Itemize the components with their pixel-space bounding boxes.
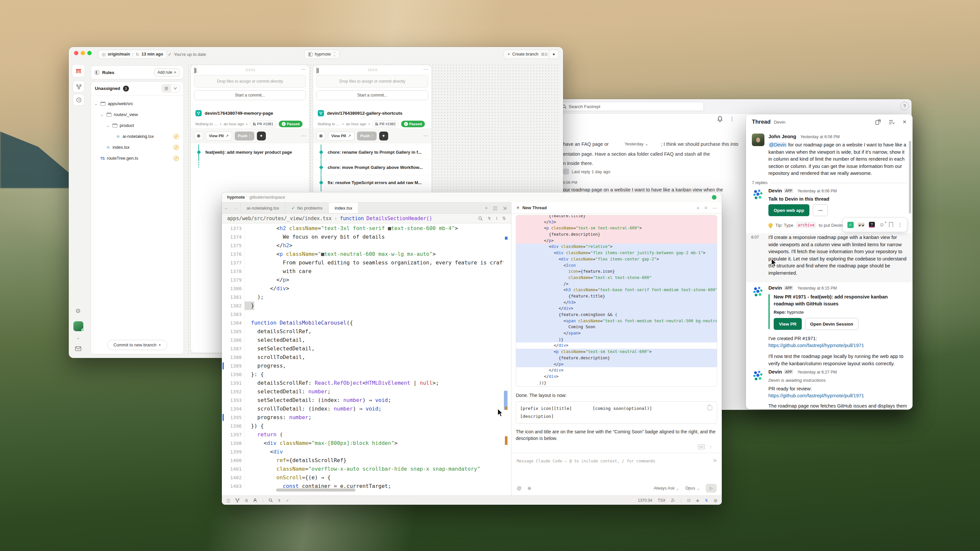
author-name[interactable]: Devin	[768, 188, 782, 193]
commit-row[interactable]: chore: rename Gallery to Prompt Gallery …	[313, 144, 431, 160]
drop-zone[interactable]: Drop files to assign or commit directly	[317, 75, 428, 87]
code-editor[interactable]: 1373 <h2 className="text-3xl font-serif …	[222, 224, 504, 491]
language-mode[interactable]: TSX	[658, 498, 665, 503]
diff-toggle-icon[interactable]: ⇅	[502, 216, 506, 221]
zoom-traffic-light[interactable]	[87, 51, 92, 55]
tab-diagnostics[interactable]: ✓No problems	[285, 203, 329, 213]
devin-avatar[interactable]	[752, 188, 764, 201]
cursor-position[interactable]: 1370:34	[638, 498, 652, 503]
vim-jump-indicator[interactable]: Z›	[671, 498, 675, 503]
message-timestamp[interactable]: Yesterday at 6:15 PM	[797, 286, 837, 291]
message-timestamp[interactable]: Yesterday at 6:06 PM	[797, 189, 837, 193]
open-in-window-icon[interactable]	[875, 119, 881, 125]
assistant-panel-icon[interactable]: ↯	[705, 498, 708, 503]
settings-gear-icon[interactable]: ⚙	[75, 307, 81, 315]
model-select[interactable]: Opus⌄	[686, 486, 700, 491]
start-commit-button[interactable]: Start a commit...	[317, 90, 428, 100]
branch-name[interactable]: devin/1764380912-gallery-shortcuts	[327, 111, 402, 116]
gitbutler-logo-button[interactable]	[72, 64, 85, 77]
add-reaction-icon[interactable]: ☺+	[879, 222, 885, 228]
more-actions-icon[interactable]: ⋮	[729, 116, 735, 122]
copy-icon[interactable]	[709, 404, 710, 411]
author-name[interactable]: Devin	[768, 285, 782, 291]
tab-index-tsx[interactable]: index.tsx	[329, 203, 358, 213]
tree-file-row[interactable]: TSrouteTree.gen.ts	[91, 153, 182, 164]
search-icon[interactable]	[478, 216, 483, 221]
mention[interactable]: @Devin	[768, 142, 787, 148]
tree-file-row[interactable]: ⚛ai-notetaking.tsx	[91, 131, 182, 142]
open-devin-session-button[interactable]: Open Devin Session	[805, 318, 858, 330]
new-tab-icon[interactable]: +	[485, 205, 488, 211]
tree-view-toggle[interactable]: ⑂	[170, 85, 179, 92]
commit-to-new-branch-button[interactable]: Commit to new branch+	[107, 340, 167, 350]
list-view-toggle[interactable]: ≣	[162, 85, 170, 92]
push-button[interactable]: Push↑	[235, 132, 254, 140]
search-icon[interactable]	[269, 498, 273, 502]
review-button[interactable]: ⊞	[194, 132, 203, 140]
markdown-icon[interactable]: MD	[698, 445, 705, 449]
branch-menu-icon[interactable]: ⋯	[423, 133, 428, 139]
dark-reaction-icon[interactable]: ?	[869, 222, 875, 228]
breadcrumb[interactable]: apps/web/src/routes/_view/index.tsx› fun…	[222, 214, 511, 224]
pr-pill[interactable]: PR #1982	[372, 121, 399, 127]
git-branch-icon[interactable]	[235, 498, 240, 503]
scroll-to-top-icon[interactable]: ↑	[710, 444, 712, 449]
ci-status-badge[interactable]: ✓Passed	[401, 121, 425, 127]
hover-timestamp[interactable]: 6:07	[751, 235, 759, 240]
feedback-mail-icon[interactable]	[75, 346, 81, 351]
author-name[interactable]: John Jeong	[768, 133, 796, 139]
pr-link[interactable]: https://github.com/fastrepl/hyprnote/pul…	[768, 343, 864, 348]
view-pr-button[interactable]: View PR↗	[328, 132, 355, 140]
remote-status-pill[interactable]: ◎ origin/main | ↻ 13 min ago	[98, 49, 167, 59]
john-avatar[interactable]	[752, 133, 764, 146]
branch-menu-icon[interactable]: ⋯	[301, 133, 306, 139]
collapse-lane-icon[interactable]	[194, 67, 195, 74]
slack-last-reply[interactable]: Last reply 1 day ago	[572, 169, 610, 174]
view-pr-button[interactable]: View PR	[774, 318, 802, 330]
tab-ai-notetaking[interactable]: ai-notetaking.tsx	[240, 203, 285, 213]
close-icon[interactable]: ✕	[902, 119, 907, 125]
push-button[interactable]: Push↑	[357, 132, 377, 140]
expand-input-icon[interactable]: ⇲	[713, 458, 716, 463]
diff-card[interactable]: {feature.title} </h3> <p className="text…	[516, 215, 717, 387]
close-traffic-light[interactable]	[74, 51, 78, 55]
tree-folder-row[interactable]: ⌄apps/web/src	[91, 98, 182, 109]
eyes-reaction-icon[interactable]	[858, 223, 864, 227]
more-options-button[interactable]: ⋯	[813, 204, 828, 216]
open-web-app-button[interactable]: Open web app	[768, 204, 810, 216]
send-button[interactable]: ▷	[706, 484, 716, 492]
zoom-pane-icon[interactable]: ⇲	[503, 205, 506, 211]
thread-history-icon[interactable]: =	[705, 205, 707, 211]
tree-file-row[interactable]: ⚛index.tsx	[91, 142, 182, 153]
horizontal-scrollbar[interactable]	[276, 489, 355, 492]
devin-avatar[interactable]	[752, 370, 764, 382]
collapse-lane-icon[interactable]	[317, 67, 317, 74]
commit-row[interactable]: feat(web): add memory layer product page	[191, 144, 309, 160]
review-button[interactable]: ⊞	[317, 132, 325, 140]
thread-settings-icon[interactable]	[889, 120, 894, 125]
quick-action-icon[interactable]: ↯	[488, 216, 491, 221]
pr-link[interactable]: https://github.com/fastrepl/hyprnote/pul…	[768, 393, 864, 398]
terminal-panel-icon[interactable]: ⊡	[687, 498, 690, 503]
commit-row[interactable]: chore: move Prompt Gallery above Workflo…	[313, 160, 431, 175]
lane-menu-icon[interactable]: ⋯	[301, 67, 306, 72]
start-commit-button[interactable]: Start a commit...	[194, 90, 306, 100]
drag-handle-icon[interactable]	[368, 68, 378, 71]
diagnostics-icon[interactable]: ↯	[278, 498, 281, 503]
drop-zone[interactable]: Drop files to assign or commit directly	[194, 75, 306, 87]
collab-people-icon[interactable]	[253, 498, 257, 502]
ai-commit-button[interactable]: ✦	[379, 132, 388, 140]
branch-name[interactable]: devin/1764380749-memory-page	[205, 111, 273, 116]
ai-actions-button[interactable]: ✦	[549, 49, 559, 59]
slack-date-pill[interactable]: Yesterday ⌄	[625, 141, 648, 146]
help-icon[interactable]: ?	[900, 102, 909, 110]
bookmark-icon[interactable]	[889, 222, 893, 227]
message-more-icon[interactable]: ⋮	[897, 222, 902, 228]
archive-command-chip[interactable]: archive	[796, 222, 816, 228]
branches-nav-button[interactable]	[73, 81, 84, 92]
add-context-icon[interactable]: ⊕	[527, 486, 531, 491]
new-thread-icon[interactable]: +	[697, 205, 699, 211]
notifications-icon[interactable]: ◍	[714, 498, 717, 503]
panel-layout-icon[interactable]: ◫	[226, 498, 230, 503]
nav-back-icon[interactable]: ←	[222, 203, 231, 213]
